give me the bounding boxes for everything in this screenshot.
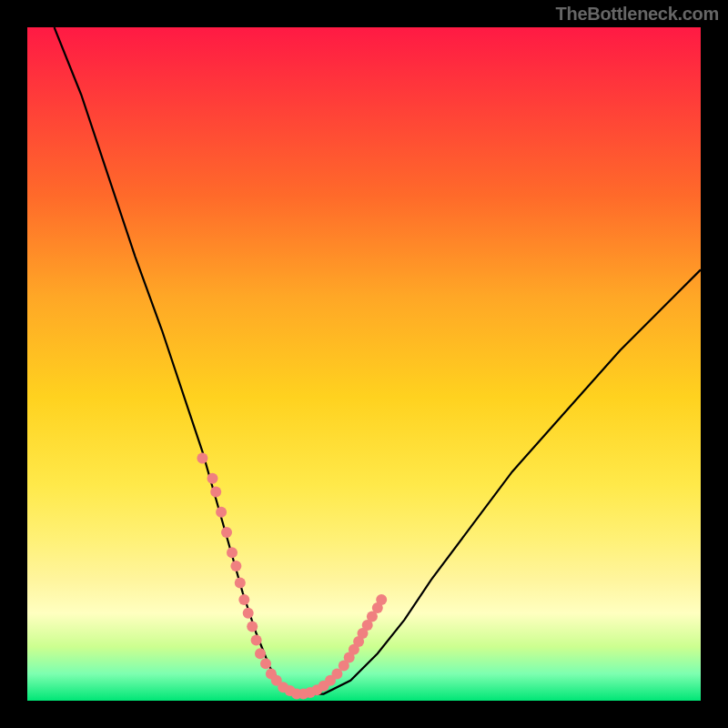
bottleneck-curve — [55, 27, 701, 694]
dot-marker — [255, 648, 266, 659]
dot-marker — [238, 594, 249, 605]
dot-marker — [221, 527, 232, 538]
dot-marker — [216, 507, 227, 518]
dot-marker — [227, 547, 238, 558]
dot-marker — [207, 473, 218, 484]
dot-marker — [251, 634, 262, 645]
dot-marker — [376, 594, 387, 605]
plot-area — [27, 27, 701, 701]
watermark-text: TheBottleneck.com — [556, 4, 719, 25]
chart-frame: TheBottleneck.com — [0, 0, 728, 728]
curve-svg — [27, 27, 701, 701]
dot-marker — [247, 622, 258, 632]
dot-marker — [235, 578, 246, 589]
dot-marker — [260, 658, 271, 669]
dot-marker — [210, 487, 221, 498]
dot-marker — [243, 608, 254, 619]
dot-marker — [197, 453, 207, 464]
dot-marker — [230, 561, 241, 571]
curve-layer — [55, 27, 701, 694]
highlight-dots — [197, 453, 387, 700]
